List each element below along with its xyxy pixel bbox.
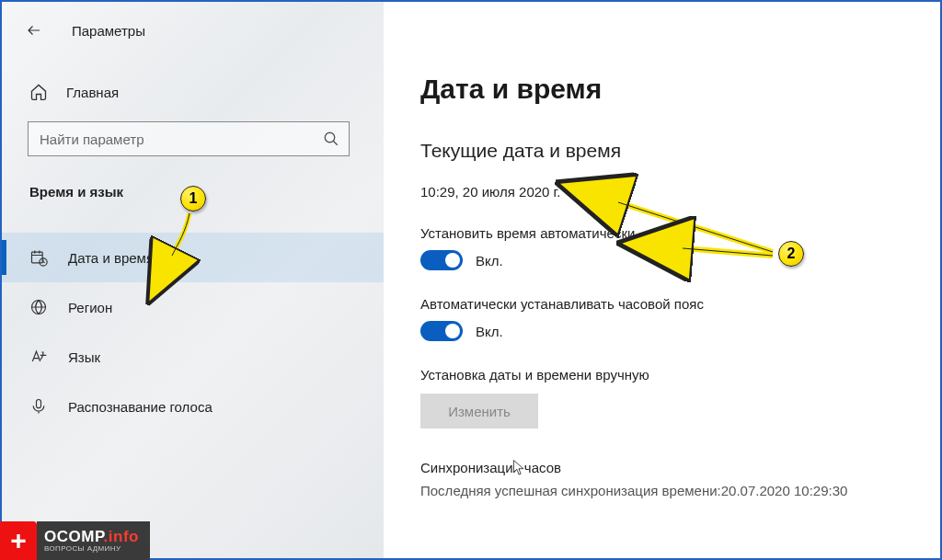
calendar-clock-icon: [29, 248, 48, 267]
change-button[interactable]: Изменить: [420, 394, 538, 429]
cursor-icon: [512, 459, 525, 477]
nav-item-language[interactable]: Язык: [2, 332, 384, 382]
svg-rect-1: [32, 252, 43, 263]
auto-tz-state: Вкл.: [476, 324, 503, 339]
search-box[interactable]: [28, 121, 350, 156]
sync-detail: Последняя успешная синхронизация времени…: [420, 483, 940, 498]
nav-item-label: Язык: [68, 349, 100, 365]
watermark-text: OCOMP.info ВОПРОСЫ АДМИНУ: [37, 521, 150, 560]
nav-item-datetime[interactable]: Дата и время: [2, 233, 384, 282]
header-title: Параметры: [72, 23, 145, 39]
back-button[interactable]: [26, 22, 42, 39]
nav-item-speech[interactable]: Распознавание голоса: [2, 382, 384, 431]
auto-time-row: Вкл.: [420, 250, 940, 270]
auto-time-label: Установить время автоматически: [420, 225, 940, 241]
search-icon: [323, 131, 339, 147]
group-title: Время и язык: [29, 184, 384, 200]
auto-tz-row: Вкл.: [420, 321, 940, 341]
microphone-icon: [29, 397, 48, 416]
language-icon: [29, 348, 48, 366]
nav-item-label: Распознавание голоса: [68, 399, 213, 415]
nav-list: Дата и время Регион Язык Распознавание г…: [2, 233, 384, 431]
svg-point-0: [325, 132, 335, 143]
auto-tz-label: Автоматически устанавливать часовой пояс: [420, 296, 940, 312]
arrow-left-icon: [26, 22, 42, 39]
current-datetime: 10:29, 20 июля 2020 г.: [420, 184, 940, 200]
home-icon: [29, 83, 48, 101]
sidebar: Параметры Главная Время и язык Дата и вр…: [2, 2, 384, 558]
nav-item-region[interactable]: Регион: [2, 282, 384, 332]
manual-label: Установка даты и времени вручную: [420, 367, 940, 383]
auto-tz-toggle[interactable]: [420, 321, 463, 341]
content-pane: Дата и время Текущие дата и время 10:29,…: [384, 2, 940, 558]
globe-icon: [29, 298, 48, 316]
nav-home[interactable]: Главная: [2, 39, 384, 101]
page-title: Дата и время: [420, 74, 940, 105]
sync-title: Синхронизация часов: [420, 460, 940, 475]
section-title: Текущие дата и время: [420, 140, 940, 162]
annotation-marker-2: 2: [778, 241, 804, 267]
auto-time-toggle[interactable]: [420, 250, 463, 270]
nav-item-label: Регион: [68, 300, 112, 315]
auto-time-state: Вкл.: [476, 253, 503, 269]
annotation-marker-1: 1: [180, 186, 206, 211]
svg-rect-4: [37, 400, 41, 408]
search-input[interactable]: [40, 131, 323, 147]
nav-home-label: Главная: [66, 85, 119, 100]
watermark: + OCOMP.info ВОПРОСЫ АДМИНУ: [0, 521, 150, 560]
nav-item-label: Дата и время: [68, 250, 154, 266]
header: Параметры: [2, 2, 384, 39]
settings-window: Параметры Главная Время и язык Дата и вр…: [0, 0, 942, 560]
watermark-plus-icon: +: [0, 521, 37, 560]
